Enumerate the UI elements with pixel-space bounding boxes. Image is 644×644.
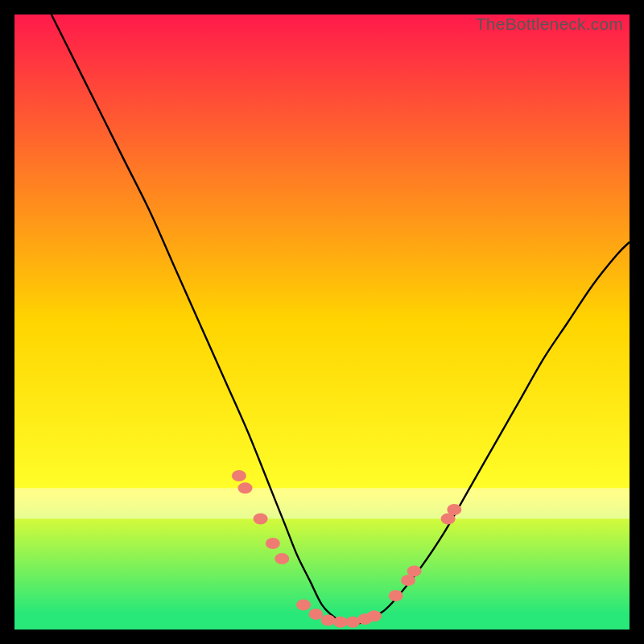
marker-point <box>345 617 360 628</box>
marker-point <box>407 565 422 576</box>
marker-point <box>232 470 246 481</box>
chart-frame: TheBottleneck.com <box>14 14 630 630</box>
attribution-label: TheBottleneck.com <box>476 14 623 34</box>
marker-point <box>254 514 268 525</box>
gradient-background <box>14 14 630 630</box>
marker-point <box>275 553 289 564</box>
marker-point <box>367 610 382 621</box>
bottleneck-chart <box>14 14 630 630</box>
marker-point <box>389 590 403 601</box>
marker-point <box>238 482 253 493</box>
marker-point <box>333 617 348 628</box>
marker-point <box>266 538 280 549</box>
marker-point <box>321 615 336 626</box>
pale-band <box>14 488 630 518</box>
marker-point <box>296 599 311 610</box>
marker-point <box>308 609 323 620</box>
marker-point <box>447 504 461 515</box>
